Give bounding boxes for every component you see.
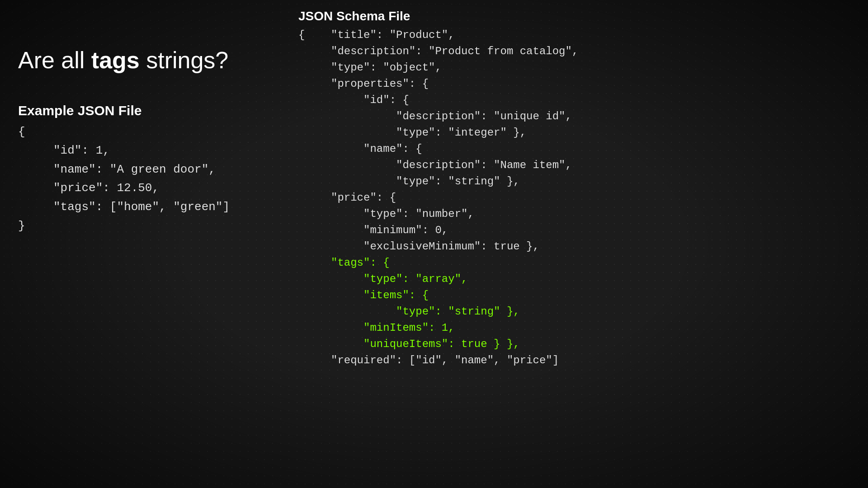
schema-line: "type": "object",: [298, 60, 850, 76]
schema-line: "id": {: [298, 92, 850, 108]
schema-line: "price": {: [298, 190, 850, 206]
schema-line: "type": "string" },: [298, 304, 850, 320]
schema-line: "type": "array",: [298, 271, 850, 287]
question-suffix: strings?: [140, 47, 229, 73]
question-heading: Are all tags strings?: [18, 45, 271, 76]
example-json-label: Example JSON File: [18, 103, 271, 118]
schema-line: "tags": {: [298, 255, 850, 271]
schema-line: "type": "number",: [298, 206, 850, 222]
example-json-code: { "id": 1, "name": "A green door", "pric…: [18, 123, 271, 236]
schema-line: "type": "integer" },: [298, 125, 850, 141]
main-content: Are all tags strings? Example JSON File …: [0, 0, 868, 488]
schema-line: "exclusiveMinimum": true },: [298, 239, 850, 255]
schema-line: "uniqueItems": true } },: [298, 336, 850, 352]
schema-line: "description": "Product from catalog",: [298, 43, 850, 60]
schema-line: "required": ["id", "name", "price"]: [298, 352, 850, 369]
schema-line: "minimum": 0,: [298, 222, 850, 239]
schema-line: "properties": {: [298, 76, 850, 92]
question-bold: tags: [91, 47, 140, 73]
question-prefix: Are all: [18, 47, 91, 73]
right-panel: JSON Schema File { "title": "Product", "…: [280, 0, 868, 488]
schema-line: "description": "Name item",: [298, 157, 850, 174]
schema-line: "type": "string" },: [298, 174, 850, 190]
schema-line: "minItems": 1,: [298, 320, 850, 336]
schema-line: "description": "unique id",: [298, 108, 850, 125]
schema-line: { "title": "Product",: [298, 27, 850, 43]
left-panel: Are all tags strings? Example JSON File …: [0, 0, 289, 488]
schema-file-label: JSON Schema File: [298, 9, 850, 23]
schema-line: "items": {: [298, 287, 850, 304]
schema-line: "name": {: [298, 141, 850, 157]
schema-code-block: { "title": "Product", "description": "Pr…: [298, 27, 850, 369]
